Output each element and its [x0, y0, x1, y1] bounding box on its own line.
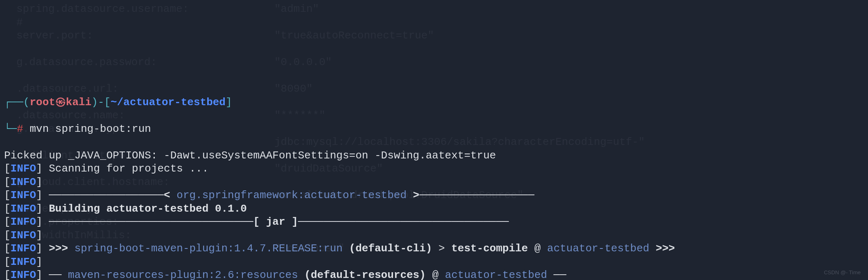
command-text: mvn spring-boot:run: [29, 123, 151, 135]
prompt-line-1: ┌──(root㉿kali)-[~/actuator-testbed]: [4, 96, 864, 109]
log-level-info: INFO: [11, 189, 36, 201]
box-corner: ┌──(: [4, 96, 29, 108]
output-line: [INFO]: [4, 176, 864, 189]
output-line: [INFO] >>> spring-boot-maven-plugin:1.4.…: [4, 242, 864, 255]
terminal-output[interactable]: ┌──(root㉿kali)-[~/actuator-testbed] └─# …: [4, 82, 864, 280]
prompt-path: ~/actuator-testbed: [111, 96, 226, 108]
log-level-info: INFO: [11, 203, 36, 215]
output-line: [INFO]: [4, 255, 864, 269]
log-level-info: INFO: [11, 242, 36, 255]
output-line: [INFO] ──────────────────< org.springfra…: [4, 189, 864, 202]
prompt-host: kali: [66, 96, 91, 108]
ghost-background-text: spring.datasource.username: # server.por…: [4, 2, 17, 43]
log-level-info: INFO: [11, 256, 36, 268]
prompt-hash: #: [17, 123, 23, 135]
output-line: [INFO] ── maven-resources-plugin:2.6:res…: [4, 269, 864, 280]
prompt-user: root: [29, 96, 55, 108]
skull-icon: ㉿: [55, 96, 66, 108]
log-level-info: INFO: [11, 163, 36, 175]
output-line: [INFO] Building actuator-testbed 0.1.0: [4, 202, 864, 216]
log-level-info: INFO: [11, 176, 36, 188]
output-line: [INFO] Scanning for projects ...: [4, 162, 864, 176]
output-line: [INFO] ────────────────────────────────[…: [4, 215, 864, 229]
output-line: Picked up _JAVA_OPTIONS: -Dawt.useSystem…: [4, 149, 864, 163]
output-line: [INFO]: [4, 229, 864, 242]
box-bottom: └─: [4, 123, 17, 135]
prompt-line-2: └─# mvn spring-boot:run: [4, 122, 864, 136]
log-level-info: INFO: [11, 269, 36, 280]
log-level-info: INFO: [11, 229, 36, 242]
log-level-info: INFO: [11, 216, 36, 228]
